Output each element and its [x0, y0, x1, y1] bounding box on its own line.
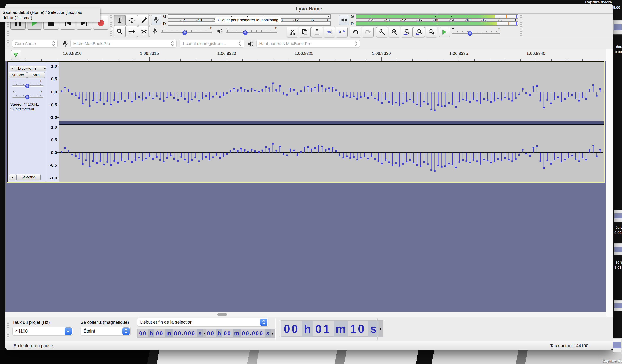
channel-separator[interactable] — [59, 121, 604, 125]
undo-button[interactable] — [350, 27, 361, 37]
selection-end-field[interactable]: 00h00m00.000s▼ — [205, 329, 275, 338]
snap-to-select[interactable]: Éteint — [80, 327, 131, 336]
slider-max-label: + — [209, 26, 212, 30]
multi-tool-button[interactable] — [138, 26, 150, 37]
waveform-channel-right[interactable] — [59, 125, 604, 182]
playback-volume-slider[interactable]: − + — [226, 29, 277, 36]
audio-host-select[interactable]: Core Audio — [12, 39, 58, 48]
time-value[interactable]: 00.000 — [240, 329, 265, 337]
chevron-up-down-icon — [354, 41, 357, 46]
track-collapse-button[interactable]: ▲ — [9, 174, 16, 180]
play-speed-thumb[interactable] — [467, 31, 472, 36]
speaker-icon — [247, 40, 254, 47]
track-canvas[interactable]: × Lyvo-Home Silencer Solo − + G D — [5, 61, 606, 312]
trim-audio-button[interactable] — [324, 27, 335, 37]
time-value[interactable]: 00 — [155, 329, 165, 337]
audacity-window: Lyvo-Home — [5, 4, 613, 350]
timeline-pin-button[interactable] — [11, 50, 20, 60]
time-value[interactable]: 01 — [313, 321, 334, 336]
desktop-screenshot-icon[interactable] — [614, 300, 622, 311]
pan-thumb[interactable] — [25, 95, 29, 99]
toolbar-grip[interactable] — [520, 15, 523, 36]
redo-button[interactable] — [362, 27, 374, 37]
select-stepper[interactable] — [260, 319, 267, 326]
playback-volume-thumb[interactable] — [243, 31, 248, 35]
zoom-fit-button[interactable] — [413, 27, 425, 37]
time-value[interactable]: 00 — [222, 329, 233, 337]
toolbar-grip[interactable] — [7, 40, 9, 47]
time-unit[interactable]: s — [197, 329, 203, 337]
toolbar-grip[interactable] — [7, 320, 9, 338]
time-unit[interactable]: h — [148, 329, 155, 337]
draw-tool-button[interactable] — [138, 15, 150, 26]
copy-button[interactable] — [299, 27, 311, 37]
selection-start-field[interactable]: 00h00m00.000s▼ — [137, 329, 207, 338]
pan-slider[interactable] — [12, 94, 44, 100]
desktop-screenshot-icon[interactable] — [614, 243, 622, 255]
recording-volume-thumb[interactable] — [182, 31, 187, 35]
time-unit[interactable]: m — [233, 329, 240, 337]
time-unit[interactable]: s — [265, 329, 271, 337]
time-value[interactable]: 00 — [138, 329, 148, 337]
solo-button[interactable]: Solo — [27, 72, 45, 78]
recording-channels-select[interactable]: 1 canal d'enregistrem... — [179, 39, 244, 48]
track-select-button[interactable]: Sélection — [16, 174, 40, 180]
monitoring-tooltip[interactable]: Cliquer pour démarrer le monitoring — [215, 17, 281, 23]
zoom-selection-button[interactable] — [401, 27, 413, 37]
time-unit[interactable]: m — [165, 329, 173, 337]
play-meter-right-label: D — [351, 22, 354, 26]
recording-meter[interactable]: Cliquer pour démarrer le monitoring -54-… — [168, 14, 330, 26]
mute-button[interactable]: Silencer — [9, 72, 27, 78]
paste-button[interactable] — [311, 27, 323, 37]
time-unit[interactable]: m — [334, 321, 348, 336]
track-title-menu[interactable]: Lyvo-Home — [16, 66, 48, 71]
waveform-display[interactable] — [59, 62, 604, 182]
record-meter-button[interactable] — [151, 15, 161, 25]
select-stepper[interactable] — [122, 328, 130, 335]
desktop-screenshot-icon[interactable] — [613, 338, 622, 352]
time-value[interactable]: 00 — [206, 329, 216, 337]
audio-position-display[interactable]: 00h01m10s▼ — [280, 320, 383, 337]
recording-device-select[interactable]: Micro MacBook Pro — [71, 39, 176, 48]
toolbar-grip[interactable] — [111, 15, 113, 36]
gain-thumb[interactable] — [25, 84, 29, 88]
time-value[interactable]: 10 — [348, 321, 368, 336]
play-at-speed-button[interactable] — [439, 27, 450, 37]
time-unit[interactable]: h — [302, 321, 313, 336]
horizontal-scrollbar-thumb[interactable] — [217, 313, 227, 316]
play-meter-button[interactable] — [339, 15, 349, 25]
playback-device-select[interactable]: Haut-parleurs MacBook Pro — [256, 39, 360, 48]
time-value[interactable]: 00 — [281, 321, 302, 336]
zoom-toggle-button[interactable] — [426, 27, 437, 37]
recording-volume-slider[interactable]: − + — [161, 29, 212, 36]
desktop-screenshot-icon[interactable] — [613, 20, 622, 34]
play-speed-slider[interactable]: − + — [452, 29, 500, 36]
horizontal-scrollbar[interactable] — [5, 312, 606, 317]
silence-audio-button[interactable] — [336, 27, 348, 37]
dropdown-arrow-icon[interactable]: ▼ — [271, 329, 274, 337]
toolbar-separator — [148, 14, 149, 37]
snap-to-label: Se coller à (magnétique) — [80, 320, 129, 325]
zoom-out-button[interactable] — [389, 27, 400, 37]
vertical-scrollbar-gutter[interactable] — [606, 49, 613, 317]
audio-track[interactable]: × Lyvo-Home Silencer Solo − + G D — [7, 61, 605, 182]
selection-mode-select[interactable]: Début et fin de la sélection — [137, 318, 268, 327]
dropdown-arrow-icon[interactable]: ▼ — [379, 321, 383, 336]
time-shift-tool-button[interactable] — [126, 26, 138, 37]
project-rate-combo[interactable]: 44100 — [12, 327, 73, 336]
track-close-button[interactable]: × — [10, 66, 16, 71]
zoom-in-button[interactable] — [376, 27, 388, 37]
time-unit[interactable]: s — [368, 321, 379, 336]
timeline-ruler[interactable]: 1:06,83101:06,83151:06,83201:06,83251:06… — [5, 49, 606, 61]
selection-tool-button[interactable] — [114, 15, 126, 26]
desktop-screenshot-icon[interactable] — [614, 210, 622, 222]
time-value[interactable]: 00.000 — [173, 329, 197, 337]
zoom-tool-button[interactable] — [114, 26, 126, 37]
time-unit[interactable]: h — [216, 329, 222, 337]
waveform-channel-left[interactable] — [59, 62, 604, 121]
cut-button[interactable] — [287, 27, 298, 37]
combo-stepper[interactable] — [65, 328, 72, 335]
gain-slider[interactable] — [12, 83, 44, 88]
scale-value: -1,0 — [50, 176, 57, 180]
envelope-tool-button[interactable] — [126, 15, 138, 26]
